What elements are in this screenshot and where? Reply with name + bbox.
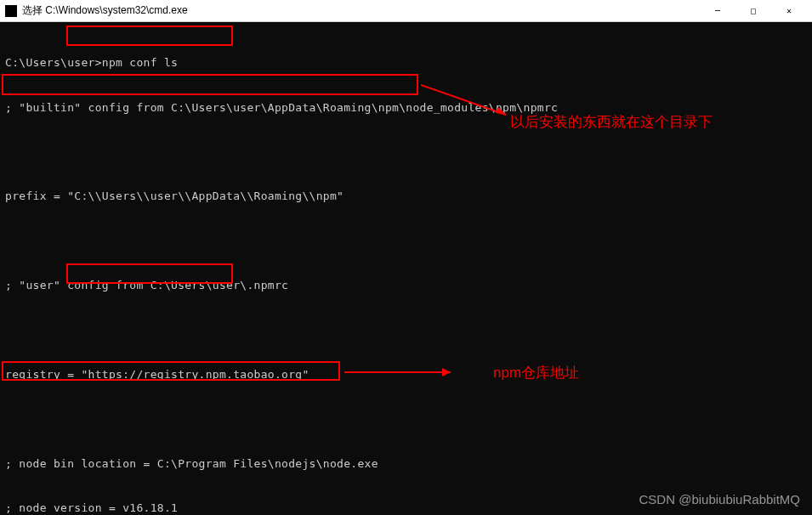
- terminal-line: [5, 323, 807, 337]
- terminal-line: [5, 144, 807, 159]
- terminal-line: C:\Users\user>npm conf ls: [5, 55, 807, 71]
- terminal-line: ; "user" config from C:\Users\user\.npmr…: [5, 278, 807, 293]
- terminal-line: [5, 234, 807, 248]
- maximize-button[interactable]: □: [735, 1, 771, 21]
- terminal-line: [5, 412, 807, 427]
- window-controls: ─ □ ✕: [700, 1, 807, 21]
- terminal-line: ; "builtin" config from C:\Users\user\Ap…: [5, 100, 807, 116]
- terminal-line: prefix = "C:\\Users\\user\\AppData\\Roam…: [5, 189, 807, 204]
- close-button[interactable]: ✕: [771, 1, 807, 21]
- minimize-button[interactable]: ─: [700, 1, 735, 21]
- terminal-output[interactable]: C:\Users\user>npm conf ls ; "builtin" co…: [0, 22, 812, 515]
- window-title: 选择 C:\Windows\system32\cmd.exe: [22, 3, 700, 18]
- cmd-icon: [5, 5, 17, 17]
- terminal-line: ; node bin location = C:\Program Files\n…: [5, 456, 807, 472]
- window-titlebar: 选择 C:\Windows\system32\cmd.exe ─ □ ✕: [0, 0, 812, 22]
- terminal-line: ; node version = v16.18.1: [5, 501, 807, 515]
- terminal-line: registry = "https://registry.npm.taobao.…: [5, 367, 807, 382]
